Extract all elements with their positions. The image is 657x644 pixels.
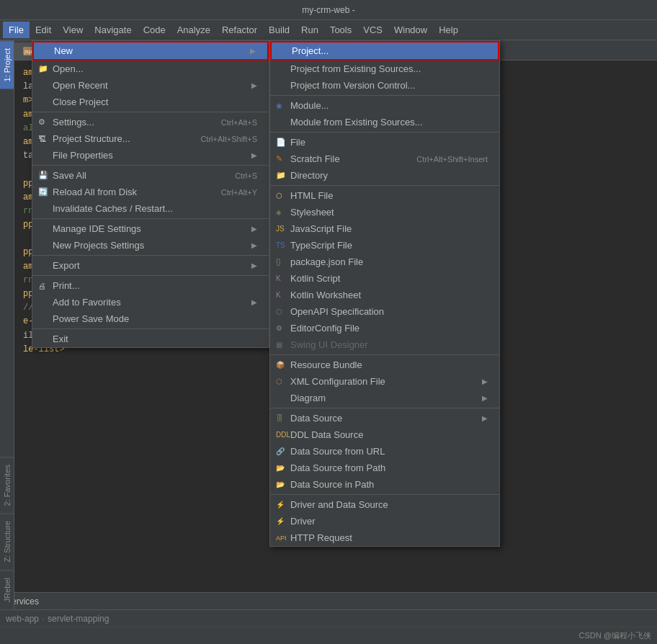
kotlin-worksheet-label: Kotlin Worksheet (290, 290, 361, 300)
file-menu-settings[interactable]: ⚙ Settings... Ctrl+Alt+S (32, 114, 269, 130)
file-menu-exit[interactable]: Exit (32, 331, 269, 347)
breadcrumb-item-2: servlet-mapping (48, 614, 109, 624)
swing-icon: ▦ (276, 341, 282, 349)
driver-datasource-label: Driver and Data Source (290, 499, 388, 510)
file-menu-file-properties[interactable]: File Properties ▶ (32, 147, 269, 164)
new-sep-4 (270, 354, 499, 355)
file-menu-new[interactable]: New ▶ (32, 41, 269, 61)
file-icon: 📄 (276, 138, 286, 147)
file-menu-new-projects-settings[interactable]: New Projects Settings ▶ (32, 237, 269, 254)
xml-icon: ⬡ (276, 377, 282, 385)
new-directory[interactable]: 📁 Directory (270, 167, 499, 184)
new-project-existing[interactable]: Project from Existing Sources... (270, 61, 499, 77)
datasource-url-label: Data Source from URL (290, 446, 385, 457)
menu-tools[interactable]: Tools (324, 22, 357, 38)
project-existing-label: Project from Existing Sources... (290, 63, 421, 74)
separator-1 (32, 112, 269, 112)
separator-3 (32, 218, 269, 219)
new-html-file[interactable]: ⬡ HTML File (270, 187, 499, 204)
file-menu-power-save[interactable]: Power Save Mode (32, 310, 269, 327)
new-driver-datasource[interactable]: ⚡ Driver and Data Source (270, 496, 499, 513)
sidebar-tab-project[interactable]: 1: Project (0, 40, 14, 89)
new-xml-config[interactable]: ⬡ XML Configuration File ▶ (270, 373, 499, 390)
file-menu-manage-ide[interactable]: Manage IDE Settings ▶ (32, 220, 269, 237)
xml-config-label: XML Configuration File (290, 376, 385, 387)
new-datasource-url[interactable]: 🔗 Data Source from URL (270, 443, 499, 460)
separator-6 (32, 328, 269, 329)
js-icon: JS (276, 225, 285, 233)
menu-file[interactable]: File (3, 22, 30, 38)
new-module[interactable]: ◉ Module... (270, 97, 499, 114)
menu-run[interactable]: Run (295, 22, 324, 38)
new-resource-bundle[interactable]: 📦 Resource Bundle (270, 357, 499, 373)
new-ddl-datasource[interactable]: DDL DDL Data Source (270, 426, 499, 443)
settings-icon: ⚙ (38, 117, 45, 127)
file-menu-open[interactable]: 📁 Open... (32, 61, 269, 77)
file-menu-close-project[interactable]: Close Project (32, 94, 269, 110)
file-menu-invalidate-caches[interactable]: Invalidate Caches / Restart... (32, 200, 269, 217)
new-openapi[interactable]: ⬡ OpenAPI Specification (270, 303, 499, 320)
file-menu-export[interactable]: Export ▶ (32, 257, 269, 274)
new-datasource-in-path[interactable]: 📂 Data Source in Path (270, 476, 499, 493)
pkg-icon: {} (276, 258, 281, 266)
status-right: CSDN @编程小飞侠 (579, 630, 651, 641)
new-kotlin-script[interactable]: K Kotlin Script (270, 270, 499, 287)
new-javascript[interactable]: JS JavaScript File (270, 220, 499, 237)
ts-label: TypeScript File (290, 240, 352, 251)
new-stylesheet[interactable]: ◈ Stylesheet (270, 204, 499, 220)
manage-ide-label: Manage IDE Settings (53, 223, 141, 234)
menu-edit[interactable]: Edit (30, 22, 57, 38)
new-scratch-file[interactable]: ✎ Scratch File Ctrl+Alt+Shift+Insert (270, 151, 499, 167)
menu-refactor[interactable]: Refactor (216, 22, 263, 38)
new-project-vcs[interactable]: Project from Version Control... (270, 77, 499, 94)
menu-help[interactable]: Help (433, 22, 464, 38)
new-http-request[interactable]: API HTTP Request (270, 529, 499, 546)
driver-label: Driver (290, 516, 316, 527)
project-label: Project... (292, 45, 328, 56)
sidebar-tab-jrebel[interactable]: JRebel (0, 570, 14, 609)
new-diagram[interactable]: Diagram ▶ (270, 390, 499, 406)
file-menu-add-favorites[interactable]: Add to Favorites ▶ (32, 294, 269, 310)
file-menu-reload[interactable]: 🔄 Reload All from Disk Ctrl+Alt+Y (32, 184, 269, 200)
sidebar-tab-structure[interactable]: Z: Structure (0, 513, 14, 569)
menu-analyze[interactable]: Analyze (171, 22, 216, 38)
separator-5 (32, 275, 269, 276)
scratch-label: Scratch File (290, 153, 340, 164)
new-module-existing[interactable]: Module from Existing Sources... (270, 114, 499, 130)
new-editorconfig[interactable]: ⚙ EditorConfig File (270, 320, 499, 336)
menu-window[interactable]: Window (388, 22, 433, 38)
openapi-label: OpenAPI Specification (290, 306, 384, 317)
menu-code[interactable]: Code (138, 22, 171, 38)
menu-view[interactable]: View (57, 22, 89, 38)
file-menu-project-structure[interactable]: 🏗 Project Structure... Ctrl+Alt+Shift+S (32, 130, 269, 147)
new-item-label: New (54, 45, 73, 56)
new-typescript[interactable]: TS TypeScript File (270, 237, 499, 254)
directory-icon: 📁 (276, 171, 286, 180)
menu-build[interactable]: Build (263, 22, 295, 38)
new-driver[interactable]: ⚡ Driver (270, 513, 499, 529)
data-source-label: Data Source (290, 413, 342, 424)
breadcrumb-sep: › (42, 614, 45, 624)
new-package-json[interactable]: {} package.json File (270, 254, 499, 270)
kotlin-icon: K (276, 274, 281, 282)
file-menu-print[interactable]: 🖨 Print... (32, 277, 269, 294)
separator-2 (32, 165, 269, 166)
new-kotlin-worksheet[interactable]: K Kotlin Worksheet (270, 287, 499, 303)
exit-label: Exit (53, 334, 68, 344)
reload-icon: 🔄 (38, 187, 48, 197)
menu-vcs[interactable]: VCS (357, 22, 388, 38)
file-menu-save-all[interactable]: 💾 Save All Ctrl+S (32, 167, 269, 184)
new-datasource-path[interactable]: 📂 Data Source from Path (270, 460, 499, 476)
new-file[interactable]: 📄 File (270, 134, 499, 151)
sidebar-tab-favorites[interactable]: 2: Favorites (0, 457, 14, 513)
http-icon: API (276, 535, 287, 542)
reload-shortcut: Ctrl+Alt+Y (221, 188, 257, 197)
file-menu-open-recent[interactable]: Open Recent ▶ (32, 77, 269, 94)
http-request-label: HTTP Request (290, 532, 352, 543)
new-project-item[interactable]: Project... (270, 41, 499, 61)
print-icon: 🖨 (38, 282, 46, 290)
menu-navigate[interactable]: Navigate (89, 22, 137, 38)
new-data-source[interactable]: 🗄 Data Source ▶ (270, 410, 499, 426)
datasource-icon: 🗄 (276, 414, 283, 422)
breadcrumb-bar: web-app › servlet-mapping (0, 609, 657, 627)
